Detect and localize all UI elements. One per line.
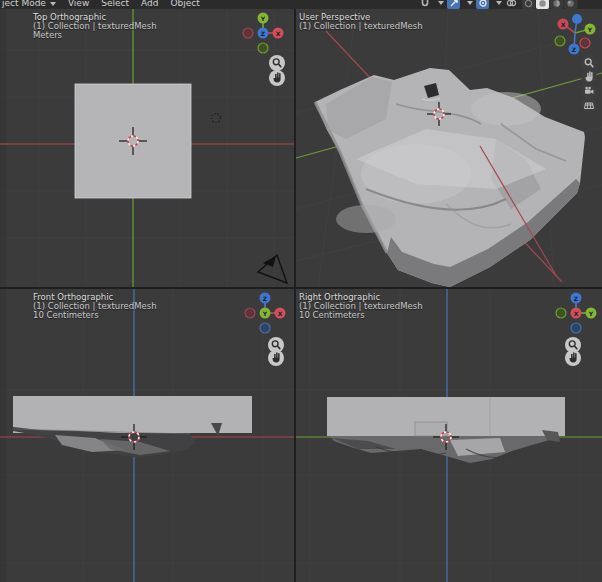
axis-ball-neg-y[interactable] <box>555 36 565 46</box>
material-sphere-icon <box>552 0 561 8</box>
axis-ball-pos-z-top[interactable] <box>572 14 582 24</box>
menu-select[interactable]: Select <box>95 0 135 8</box>
svg-text:Y: Y <box>588 310 594 317</box>
axis-gizmo[interactable]: Y X Z <box>243 13 284 54</box>
svg-text:Y: Y <box>260 15 266 22</box>
material-preview-button[interactable] <box>550 0 563 9</box>
light-object[interactable] <box>212 114 221 123</box>
axis-ball-z[interactable]: Z <box>260 293 271 304</box>
zoom-icon[interactable] <box>581 55 597 71</box>
axis-gizmo[interactable]: Z Y X <box>556 293 597 334</box>
menu-view[interactable]: View <box>62 0 95 8</box>
pan-hand-icon[interactable] <box>565 350 581 366</box>
rendered-sphere-icon <box>566 0 575 8</box>
viewport-top-orthographic[interactable]: Y X Z Top Orthographic (1) Collection | … <box>0 9 294 287</box>
toolbar-edge <box>0 9 6 287</box>
axis-ball-z[interactable]: Z <box>571 293 582 304</box>
axis-ball-neg-z[interactable] <box>571 323 581 333</box>
axis-gizmo[interactable]: Z X Y <box>245 293 286 334</box>
proportional-edit-icon <box>478 0 488 8</box>
snap-magnet-button[interactable] <box>418 0 431 9</box>
svg-text:X: X <box>276 30 281 37</box>
axis-ball-x[interactable]: X <box>275 308 286 319</box>
chevron-down-icon <box>50 2 56 6</box>
axis-ball-y[interactable]: Y <box>258 13 269 24</box>
zoom-icon[interactable] <box>269 55 285 71</box>
proportional-edit-button[interactable] <box>476 0 489 9</box>
viewport-header: ject Mode View Select Add Object <box>0 0 602 9</box>
camera-object[interactable] <box>258 255 287 283</box>
axis-ball-y[interactable]: Y <box>586 308 597 319</box>
magnet-icon <box>420 0 430 8</box>
axis-ball-neg-z[interactable] <box>260 323 270 333</box>
solid-sphere-icon <box>538 0 547 8</box>
ortho-toggle-icon[interactable] <box>581 97 597 113</box>
axis-ball-neg-x[interactable] <box>245 308 255 318</box>
show-overlays-button[interactable] <box>505 0 518 9</box>
svg-text:Z: Z <box>263 295 268 302</box>
chevron-down-icon[interactable] <box>496 1 502 5</box>
wireframe-icon <box>524 0 533 8</box>
blender-window: ject Mode View Select Add Object <box>0 0 602 582</box>
axis-ball-neg-y[interactable] <box>258 43 268 53</box>
svg-text:Z: Z <box>574 295 579 302</box>
chevron-down-icon[interactable] <box>467 1 473 5</box>
axis-ball-z[interactable]: Z <box>258 28 269 39</box>
axis-ball-z[interactable]: Z <box>569 44 580 55</box>
quad-view-horizontal-divider[interactable] <box>0 287 602 289</box>
axis-ball-x[interactable]: X <box>273 28 284 39</box>
axis-ball-neg-x[interactable] <box>580 38 590 48</box>
menu-object-mode[interactable]: ject Mode <box>0 0 62 8</box>
axis-ball-x[interactable]: X <box>571 308 582 319</box>
viewport-right-orthographic[interactable]: Z Y X Right Orthographic (1) Collection … <box>296 289 602 582</box>
axis-ball-neg-x[interactable] <box>243 28 253 38</box>
overlays-icon <box>506 0 517 8</box>
toolbar-edge <box>0 289 6 582</box>
svg-text:Y: Y <box>262 310 268 317</box>
menu-object[interactable]: Object <box>164 0 205 8</box>
axis-ball-x[interactable]: X <box>558 19 569 30</box>
svg-text:Y: Y <box>587 26 593 33</box>
textured-mesh-object[interactable] <box>315 68 585 287</box>
pan-hand-icon[interactable] <box>581 69 597 85</box>
svg-text:X: X <box>574 310 579 317</box>
menu-add[interactable]: Add <box>135 0 164 8</box>
svg-text:X: X <box>278 310 283 317</box>
rendered-shading-button[interactable] <box>564 0 577 9</box>
svg-text:X: X <box>561 21 566 28</box>
axis-gizmo[interactable]: X Y Z <box>555 14 596 55</box>
camera-view-icon[interactable] <box>581 83 597 99</box>
shading-mode-group <box>521 0 578 9</box>
viewport-front-orthographic[interactable]: Z X Y Front Orthographic (1) Collection … <box>0 289 294 582</box>
wireframe-shading-button[interactable] <box>522 0 535 9</box>
quad-view-vertical-divider[interactable] <box>294 9 296 582</box>
axis-ball-y[interactable]: Y <box>585 24 596 35</box>
svg-text:Z: Z <box>261 30 266 37</box>
snap-increment-icon <box>449 0 459 8</box>
solid-shading-button[interactable] <box>536 0 549 9</box>
chevron-down-icon[interactable] <box>438 1 444 5</box>
pan-hand-icon[interactable] <box>268 350 284 366</box>
plane-object-top-view[interactable] <box>75 84 191 198</box>
textured-mesh-front-view[interactable] <box>13 396 252 457</box>
viewport-user-perspective[interactable]: X Y Z User Perspective (1) Collection | … <box>296 9 602 287</box>
svg-text:Z: Z <box>572 46 577 53</box>
pan-hand-icon[interactable] <box>269 70 285 86</box>
snap-settings-button[interactable] <box>447 0 460 9</box>
axis-ball-neg-y[interactable] <box>556 308 566 318</box>
axis-ball-y[interactable]: Y <box>260 308 271 319</box>
